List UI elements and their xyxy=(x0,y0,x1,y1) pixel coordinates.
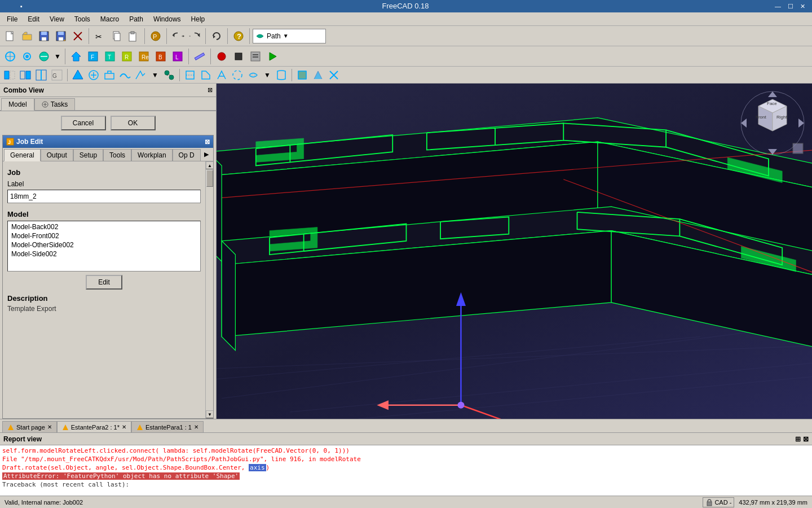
estante2-tab-close[interactable]: ✕ xyxy=(122,424,126,430)
label-input[interactable] xyxy=(7,190,201,203)
menu-view[interactable]: View xyxy=(45,14,69,24)
toolbar-separator-5 xyxy=(227,28,228,44)
job-tab-workplan[interactable]: Workplan xyxy=(131,149,172,161)
doc-tab-start[interactable]: Start page ✕ xyxy=(2,421,57,432)
tab-model[interactable]: Model xyxy=(1,98,34,111)
path-op-dropdown[interactable]: ▼ xyxy=(149,68,161,82)
start-tab-close[interactable]: ✕ xyxy=(47,424,52,430)
refresh-button[interactable] xyxy=(209,28,224,44)
path-right-dropdown[interactable]: ▼ xyxy=(262,68,273,82)
job-tab-opd[interactable]: Op D xyxy=(173,149,201,161)
path-op-4[interactable]: G xyxy=(50,68,64,82)
path-op-5[interactable] xyxy=(70,68,85,82)
report-expand-btn[interactable]: ⊞ xyxy=(795,435,801,443)
job-tab-tools[interactable]: Tools xyxy=(103,149,131,161)
record-btn[interactable] xyxy=(214,49,230,64)
redo-button[interactable] xyxy=(187,28,202,44)
path-op-9[interactable] xyxy=(134,68,148,82)
left-view-btn[interactable]: L xyxy=(170,49,186,64)
paste-button[interactable] xyxy=(126,28,142,44)
path-op-10[interactable] xyxy=(162,68,176,82)
path-right-1[interactable] xyxy=(183,68,197,82)
menu-tools[interactable]: Tools xyxy=(70,14,95,24)
model-item-2[interactable]: Model-Front002 xyxy=(9,231,199,240)
menu-edit[interactable]: Edit xyxy=(23,14,44,24)
top-view-btn[interactable]: T xyxy=(102,49,118,64)
scroll-down-btn[interactable]: ▼ xyxy=(206,410,213,418)
cut-button[interactable]: ✂ xyxy=(92,28,108,44)
right-view-btn[interactable]: R xyxy=(119,49,135,64)
menu-path[interactable]: Path xyxy=(125,14,148,24)
path-right-4[interactable] xyxy=(230,68,245,82)
play-btn[interactable] xyxy=(264,49,280,64)
copy-button[interactable] xyxy=(109,28,125,44)
path-op-7[interactable] xyxy=(102,68,117,82)
job-edit-tabs: General Output Setup Tools Workplan Op D… xyxy=(3,148,213,161)
workbench-selector[interactable]: Path ▼ xyxy=(253,29,326,43)
close-btn[interactable]: ✕ xyxy=(798,0,807,12)
job-edit-close[interactable]: ⊠ xyxy=(205,138,210,146)
report-close-btn[interactable]: ⊠ xyxy=(803,435,809,443)
job-tab-general[interactable]: General xyxy=(4,149,41,161)
scroll-up-btn[interactable]: ▲ xyxy=(206,161,213,169)
job-edit-body: Job Label Model Model-Back002 Model-Fron… xyxy=(3,161,205,418)
job-edit-title: Job Edit xyxy=(16,138,43,146)
fit-selection-btn[interactable] xyxy=(19,49,35,64)
front-view-btn[interactable]: F xyxy=(85,49,101,64)
job-tab-more[interactable]: ▶ xyxy=(201,149,212,161)
doc-tab-estante2[interactable]: EstantePara2 : 1* ✕ xyxy=(57,421,131,432)
path-last-2[interactable] xyxy=(311,68,325,82)
close-button[interactable] xyxy=(70,28,86,44)
path-right-5[interactable] xyxy=(246,68,261,82)
bottom-view-btn[interactable]: B xyxy=(153,49,169,64)
model-item-4[interactable]: Model-Side002 xyxy=(9,249,199,259)
undo-button[interactable] xyxy=(170,28,186,44)
draw-style-dropdown[interactable]: ▼ xyxy=(53,49,62,64)
path-last-1[interactable] xyxy=(295,68,310,82)
minimize-btn[interactable]: — xyxy=(773,0,783,12)
save-button[interactable] xyxy=(36,28,52,44)
viewport-3d[interactable]: Z ↑ xyxy=(217,84,812,419)
cancel-button[interactable]: Cancel xyxy=(61,116,106,130)
svg-rect-52 xyxy=(5,71,9,79)
open-button[interactable] xyxy=(19,28,35,44)
path-op-1[interactable] xyxy=(2,68,17,82)
path-op-8[interactable] xyxy=(118,68,133,82)
path-right-3[interactable] xyxy=(214,68,229,82)
tab-tasks[interactable]: Tasks xyxy=(34,98,76,110)
path-icon-btn[interactable]: P xyxy=(148,28,164,44)
new-button[interactable] xyxy=(2,28,18,44)
model-item-3[interactable]: Model-OtherSide002 xyxy=(9,240,199,249)
fit-all-btn[interactable] xyxy=(2,49,18,64)
model-item-1[interactable]: Model-Back002 xyxy=(9,222,199,231)
job-tab-output[interactable]: Output xyxy=(41,149,73,161)
save-as-button[interactable]: + xyxy=(53,28,69,44)
estante1-tab-icon xyxy=(136,424,143,431)
measure-btn[interactable] xyxy=(192,49,208,64)
path-right-2[interactable] xyxy=(198,68,213,82)
combo-view-close[interactable]: ⊠ xyxy=(208,86,213,94)
path-right-6[interactable] xyxy=(274,68,289,82)
menu-macro[interactable]: Macro xyxy=(96,14,123,24)
path-op-3[interactable] xyxy=(34,68,48,82)
menu-file[interactable]: File xyxy=(2,14,22,24)
path-op-2[interactable] xyxy=(18,68,33,82)
path-op-6[interactable] xyxy=(86,68,101,82)
nav-cube[interactable]: Face Front Right xyxy=(739,89,806,157)
scroll-thumb[interactable] xyxy=(206,170,213,187)
estante1-tab-close[interactable]: ✕ xyxy=(194,424,198,430)
help-button[interactable]: ? xyxy=(231,28,246,44)
maximize-btn[interactable]: ☐ xyxy=(785,0,796,12)
job-tab-setup[interactable]: Setup xyxy=(73,149,103,161)
doc-tab-estante1[interactable]: EstantePara1 : 1 ✕ xyxy=(131,421,204,432)
edit-button[interactable]: Edit xyxy=(86,275,122,290)
macro-edit-btn[interactable] xyxy=(248,49,263,64)
ok-button[interactable]: OK xyxy=(111,116,156,130)
rear-view-btn[interactable]: Re xyxy=(136,49,152,64)
stop-btn[interactable] xyxy=(231,49,246,64)
menu-windows[interactable]: Windows xyxy=(149,14,186,24)
menu-help[interactable]: Help xyxy=(187,14,210,24)
path-last-3[interactable] xyxy=(326,68,341,82)
home-view-btn[interactable] xyxy=(68,49,84,64)
draw-style-btn[interactable] xyxy=(36,49,52,64)
